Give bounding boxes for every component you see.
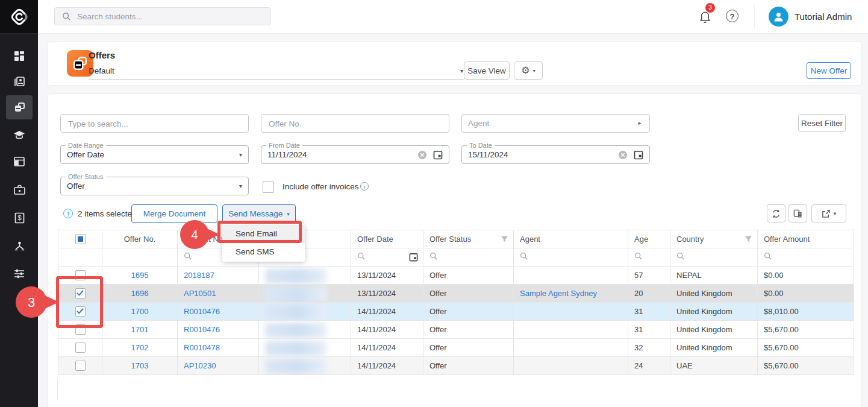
cell-offer_amount: $5,670.00 [758,339,854,357]
view-selector[interactable]: Default ▾ [89,63,464,80]
cell-country: United Kingdom [670,303,758,321]
to-date-field[interactable]: To Date 15/11/2024 [461,145,650,164]
sidebar-item-services[interactable] [6,177,33,201]
col-header-offer_status[interactable]: Offer Status [423,230,514,248]
filter-funnel-icon[interactable] [745,235,752,243]
export-button[interactable]: ▾ [811,204,846,222]
clear-icon[interactable] [417,150,427,162]
svg-text:$: $ [17,214,21,221]
table-row[interactable]: 1702R001047814/11/2024Offer32United King… [58,339,854,357]
menu-item-send-sms[interactable]: Send SMS [222,243,305,261]
sidebar-item-preferences[interactable] [6,262,33,286]
include-invoices-label: Include offer invoices [283,182,359,191]
date-range-select[interactable]: Date Range Offer Date ▾ [60,145,249,164]
sidebar-item-network[interactable] [6,234,33,258]
search-icon [184,252,192,260]
sidebar-item-dashboard[interactable] [6,44,33,68]
table-row[interactable]: 1701R001047614/11/2024Offer31United King… [58,321,854,339]
student_no-link[interactable]: R0010476 [184,307,220,316]
refresh-button[interactable] [767,204,785,222]
column-chooser-button[interactable] [788,204,807,222]
student_no-link[interactable]: R0010478 [184,343,220,352]
col-header-select[interactable] [58,230,102,248]
filter-cell-age[interactable] [628,248,670,267]
student_no-link[interactable]: AP10230 [184,361,216,370]
sidebar-item-invoices[interactable]: $ [6,206,33,230]
quick-search-field[interactable] [60,114,249,133]
student_no-link[interactable]: 2018187 [184,271,214,280]
cell-agent [514,321,628,339]
chevron-down-icon: ▾ [460,63,463,79]
search-icon [520,252,528,260]
cell-offer_date: 13/11/2024 [351,267,423,285]
blurred-name [265,341,326,356]
offer-no-input[interactable] [267,115,442,133]
sidebar-item-contacts[interactable] [6,69,33,93]
offer_no-link[interactable]: 1696 [131,289,149,298]
filter-cell-offer_date[interactable] [351,248,423,267]
view-settings-button[interactable]: ⚙ ▾ [514,62,543,80]
cell-offer_date: 14/11/2024 [351,321,423,339]
row-checkbox[interactable] [75,361,86,371]
include-invoices-checkbox[interactable] [263,181,274,193]
sidebar-item-education[interactable] [6,123,33,147]
agent-link[interactable]: Sample Agent Sydney [520,289,597,298]
sidebar-item-offers[interactable] [6,95,33,119]
col-header-offer_date[interactable]: Offer Date [351,230,423,248]
app-logo-icon[interactable] [0,0,38,34]
filter-cell-offer_status[interactable] [423,248,514,267]
calendar-icon[interactable] [433,150,443,162]
cell-name [259,285,351,303]
blurred-name [265,304,326,320]
col-header-age[interactable]: Age [628,230,670,248]
offer_no-link[interactable]: 1701 [131,325,149,334]
row-checkbox[interactable] [75,342,86,353]
agent-select[interactable]: Agent ► [461,114,650,133]
col-header-country[interactable]: Country [670,230,758,248]
table-row[interactable]: 1695201818713/11/2024Offer57NEPAL$0.00 [58,267,854,285]
from-date-field[interactable]: From Date 11/11/2024 [261,145,449,164]
cell-student_no: R0010478 [178,339,259,357]
clear-icon[interactable] [618,150,628,162]
sidebar-item-layout[interactable] [6,150,33,174]
cell-offer_date: 14/11/2024 [351,357,423,375]
table-row[interactable]: 1696AP1050113/11/2024OfferSample Agent S… [58,285,854,303]
cell-select [58,339,102,357]
col-header-offer_amount[interactable]: Offer Amount [758,230,854,248]
offer-no-field[interactable] [261,114,449,133]
student_no-link[interactable]: AP10501 [184,289,216,298]
cell-country: United Kingdom [670,339,758,357]
save-view-button[interactable]: Save View [464,62,510,80]
calendar-icon[interactable] [409,253,418,262]
help-button[interactable]: ? [726,10,738,22]
quick-search-input[interactable] [67,115,242,133]
col-header-agent[interactable]: Agent [514,230,628,248]
avatar[interactable] [769,7,788,27]
user-name[interactable]: Tutorial Admin [795,11,852,22]
offer_no-link[interactable]: 1702 [131,343,149,352]
search-input[interactable] [76,11,253,22]
filter-funnel-icon[interactable] [501,235,508,243]
offer_no-link[interactable]: 1695 [131,271,149,280]
select-all-checkbox[interactable] [75,234,86,244]
offer-status-select[interactable]: Offer Status Offer ▾ [60,177,249,195]
offer_no-link[interactable]: 1700 [131,307,149,316]
student-search[interactable] [54,7,271,25]
cell-age: 32 [628,339,670,357]
col-header-offer_no[interactable]: Offer No. [102,230,178,248]
student_no-link[interactable]: R0010476 [184,325,220,334]
filter-cell-select[interactable] [58,248,102,267]
calendar-icon[interactable] [634,150,643,162]
cell-student_no: AP10230 [178,357,259,375]
table-row[interactable]: 1703AP1023014/11/2024Offer24UAE$5,670.00 [58,357,854,375]
offer_no-link[interactable]: 1703 [131,361,149,370]
filter-cell-agent[interactable] [514,248,628,267]
blurred-name [265,268,326,284]
table-row[interactable]: 1700R001047614/11/2024Offer31United King… [58,303,854,321]
filter-cell-offer_no[interactable] [102,248,178,267]
reset-filter-button[interactable]: Reset Filter [798,114,846,132]
filter-cell-offer_amount[interactable] [758,248,854,267]
filter-cell-country[interactable] [670,248,758,267]
search-icon [676,252,685,260]
new-offer-button[interactable]: New Offer [807,62,851,79]
